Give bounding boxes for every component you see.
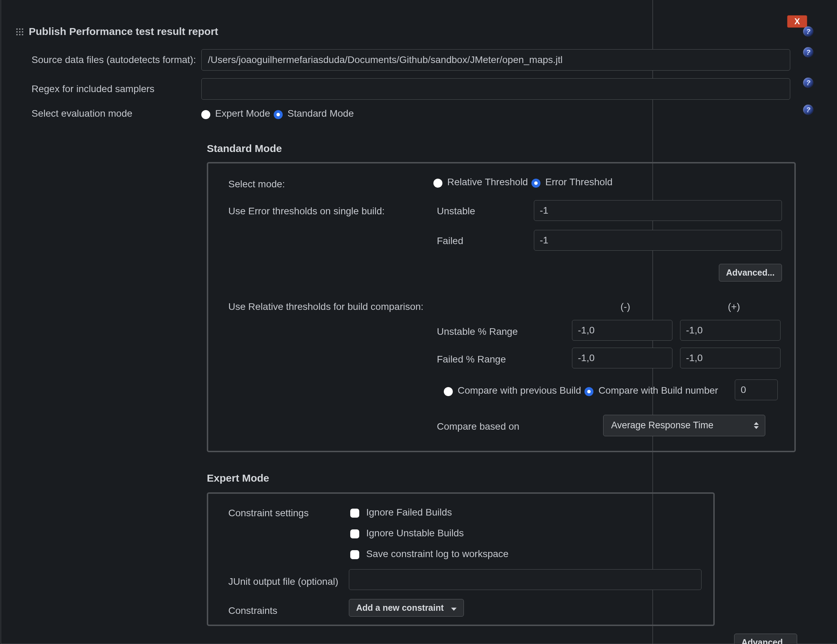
compare-build-number-input[interactable] [735, 380, 778, 400]
advanced-button[interactable]: Advanced... [719, 264, 782, 282]
radio-standard-mode[interactable]: Standard Mode [274, 107, 354, 120]
config-section: Publish Performance test result report X… [1, 0, 836, 644]
constraints-label: Constraints [228, 604, 277, 617]
failed-label: Failed [437, 234, 463, 247]
checkbox-ignore-unstable[interactable] [350, 529, 359, 538]
checkbox-label: Save constraint log to workspace [366, 547, 509, 560]
unstable-label: Unstable [437, 204, 475, 218]
radio-label: Standard Mode [287, 107, 354, 120]
unstable-pct-label: Unstable % Range [437, 325, 518, 338]
advanced-button[interactable]: Advanced... [734, 634, 797, 644]
checkbox-save-log[interactable] [350, 550, 359, 559]
standard-mode-panel: Select mode: Relative Threshold Error Th… [207, 162, 796, 452]
failed-minus-input[interactable] [572, 347, 673, 369]
help-icon[interactable]: ? [803, 47, 814, 57]
radio-relative-threshold[interactable]: Relative Threshold [433, 175, 528, 189]
checkbox-label: Ignore Failed Builds [366, 505, 452, 519]
help-icon[interactable]: ? [803, 105, 814, 115]
radio-icon [444, 387, 453, 396]
unstable-minus-input[interactable] [572, 320, 673, 341]
radio-label: Compare with Build number [598, 383, 718, 397]
relative-thresholds-label: Use Relative thresholds for build compar… [228, 300, 423, 313]
unstable-plus-input[interactable] [680, 320, 781, 341]
help-icon[interactable]: ? [803, 77, 814, 88]
plus-column-header: (+) [728, 300, 740, 313]
radio-expert-mode[interactable]: Expert Mode [201, 107, 270, 120]
failed-plus-input[interactable] [680, 347, 781, 369]
radio-label: Error Threshold [545, 175, 612, 189]
add-constraint-button[interactable]: Add a new constraint [349, 599, 464, 617]
radio-label: Relative Threshold [447, 175, 528, 189]
expert-mode-heading: Expert Mode [207, 471, 269, 485]
source-files-input[interactable] [201, 49, 790, 70]
standard-mode-heading: Standard Mode [207, 141, 282, 156]
expert-mode-panel: Constraint settings Ignore Failed Builds… [207, 492, 715, 626]
close-label: X [794, 16, 800, 27]
help-icon[interactable]: ? [803, 26, 814, 37]
source-files-label: Source data files (autodetects format): [31, 53, 201, 67]
junit-output-input[interactable] [349, 569, 702, 590]
radio-icon [532, 179, 540, 188]
radio-compare-build-number[interactable]: Compare with Build number [584, 383, 718, 397]
radio-label: Expert Mode [215, 107, 270, 120]
minus-column-header: (-) [620, 300, 630, 313]
checkbox-ignore-failed[interactable] [350, 509, 359, 518]
constraint-settings-label: Constraint settings [228, 506, 309, 520]
close-button[interactable]: X [787, 15, 807, 28]
radio-icon [433, 179, 442, 188]
select-caret-icon [754, 422, 759, 429]
error-thresholds-label: Use Error thresholds on single build: [228, 204, 422, 218]
radio-icon [584, 387, 594, 396]
regex-label: Regex for included samplers [31, 82, 201, 95]
junit-output-label: JUnit output file (optional) [228, 575, 338, 588]
checkbox-label: Ignore Unstable Builds [366, 526, 464, 540]
eval-mode-label: Select evaluation mode [31, 107, 201, 120]
unstable-threshold-input[interactable] [534, 200, 782, 221]
select-mode-label: Select mode: [228, 177, 409, 191]
select-value: Average Response Time [611, 419, 713, 432]
radio-compare-previous[interactable]: Compare with previous Build [444, 383, 581, 397]
regex-input[interactable] [201, 78, 790, 100]
drag-handle-icon[interactable] [16, 28, 24, 36]
radio-error-threshold[interactable]: Error Threshold [532, 175, 612, 189]
chevron-down-icon [451, 608, 456, 611]
radio-label: Compare with previous Build [458, 383, 581, 397]
section-title: Publish Performance test result report [29, 24, 218, 39]
compare-based-label: Compare based on [437, 420, 519, 433]
radio-icon [201, 110, 210, 119]
radio-icon [274, 110, 283, 119]
compare-based-select[interactable]: Average Response Time [603, 415, 765, 436]
failed-pct-label: Failed % Range [437, 352, 506, 366]
failed-threshold-input[interactable] [534, 230, 782, 251]
